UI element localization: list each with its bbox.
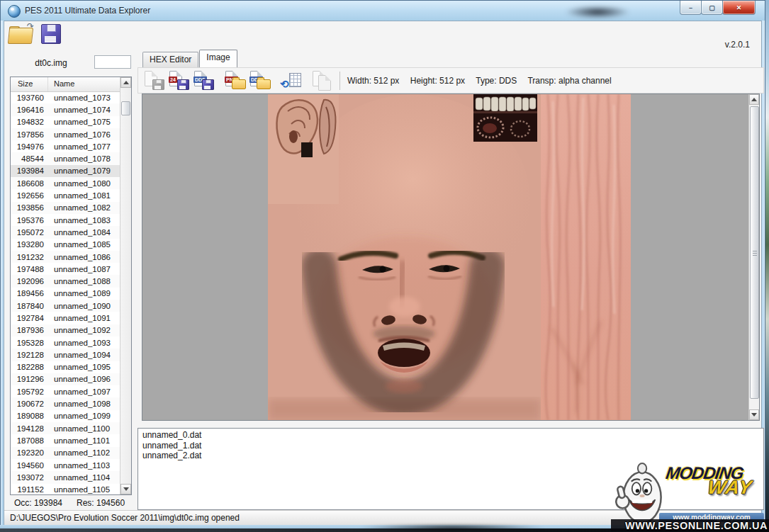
cell-name: unnamed_1103 <box>48 461 120 470</box>
cell-name: unnamed_1101 <box>48 436 120 445</box>
apply-image-icon[interactable]: ⟲ <box>281 71 302 90</box>
table-row[interactable]: 193280unnamed_1085 <box>11 239 120 251</box>
column-header-size[interactable]: Size <box>11 77 48 91</box>
cell-size: 193984 <box>11 166 48 175</box>
table-row[interactable]: 192096unnamed_1088 <box>11 275 120 287</box>
cell-name: unnamed_1098 <box>48 400 120 408</box>
tab-image[interactable]: Image <box>199 50 237 67</box>
cell-name: unnamed_1078 <box>48 154 120 163</box>
cell-size: 195792 <box>11 387 48 396</box>
save-file-icon[interactable] <box>41 24 61 44</box>
table-row[interactable]: 197488unnamed_1087 <box>11 263 120 275</box>
table-row[interactable]: 187936unnamed_1092 <box>11 324 120 336</box>
list-item[interactable]: unnamed_0.dat <box>142 430 759 441</box>
cell-name: unnamed_1087 <box>48 265 120 273</box>
table-row[interactable]: 191296unnamed_1096 <box>11 373 120 385</box>
tab-hex-editor[interactable]: HEX Editor <box>142 52 198 67</box>
cell-name: unnamed_1088 <box>48 277 120 285</box>
viewer-scroll-down-icon[interactable] <box>749 409 759 420</box>
cell-name: unnamed_1102 <box>48 448 120 457</box>
table-row[interactable]: 197856unnamed_1076 <box>11 128 120 140</box>
cell-name: unnamed_1089 <box>48 289 120 298</box>
table-row[interactable]: 187840unnamed_1090 <box>11 300 120 312</box>
table-row[interactable]: 189456unnamed_1089 <box>11 288 120 300</box>
cell-size: 191232 <box>11 253 48 261</box>
table-row[interactable]: 192656unnamed_1081 <box>11 189 120 201</box>
table-row[interactable]: 194128unnamed_1100 <box>11 422 120 434</box>
copy-file-icon <box>312 71 333 90</box>
table-row[interactable]: 195792unnamed_1097 <box>11 385 120 397</box>
table-row[interactable]: 192320unnamed_1102 <box>11 447 120 459</box>
cell-size: 191296 <box>11 375 48 383</box>
table-row[interactable]: 187088unnamed_1101 <box>11 434 120 446</box>
image-viewer[interactable] <box>142 94 760 421</box>
table-row[interactable]: 192784unnamed_1091 <box>11 312 120 324</box>
column-header-name[interactable]: Name <box>48 77 120 91</box>
cell-name: unnamed_1082 <box>48 203 120 212</box>
scroll-up-icon[interactable] <box>120 77 131 88</box>
file-list-scrollbar[interactable] <box>120 77 131 494</box>
cell-name: unnamed_1080 <box>48 179 120 188</box>
cell-name: unnamed_1084 <box>48 228 120 237</box>
save-raw-icon <box>144 71 165 90</box>
viewer-scrollbar[interactable] <box>748 94 759 420</box>
maximize-button[interactable]: ▢ <box>701 1 723 15</box>
cell-size: 197856 <box>11 130 48 139</box>
table-row[interactable]: 48544unnamed_1078 <box>11 152 120 164</box>
cell-name: unnamed_1081 <box>48 191 120 200</box>
table-row[interactable]: 191152unnamed_1105 <box>11 484 120 495</box>
open-png-icon[interactable]: PNG <box>225 71 246 90</box>
table-row[interactable]: 195376unnamed_1083 <box>11 214 120 226</box>
cell-name: unnamed_1086 <box>48 253 120 261</box>
dat-file-list[interactable]: unnamed_0.datunnamed_1.datunnamed_2.dat <box>137 428 764 510</box>
occ-value: Occ: 193984 <box>14 498 77 508</box>
cell-size: 193280 <box>11 240 48 249</box>
index-input[interactable] <box>94 55 131 69</box>
cell-name: unnamed_1077 <box>48 142 120 151</box>
table-row[interactable]: 193984unnamed_1079 <box>11 165 120 177</box>
open-dds-icon[interactable]: DDS <box>249 71 271 90</box>
table-row[interactable]: 193760unnamed_1073 <box>11 91 120 103</box>
screen: PES 2011 Ultimate Data Explorer –▢✕ ↷ v.… <box>0 0 769 532</box>
image-width: Width: 512 px <box>347 76 399 86</box>
table-row[interactable]: 186608unnamed_1080 <box>11 177 120 189</box>
table-row[interactable]: 195072unnamed_1084 <box>11 226 120 238</box>
table-row[interactable]: 190672unnamed_1098 <box>11 397 120 409</box>
table-row[interactable]: 194976unnamed_1077 <box>11 140 120 152</box>
table-row[interactable]: 195328unnamed_1093 <box>11 336 120 349</box>
close-button[interactable]: ✕ <box>722 1 756 15</box>
open-file-icon[interactable]: ↷ <box>9 24 34 44</box>
blurred-watermark <box>565 6 630 18</box>
cell-size: 194832 <box>11 118 48 126</box>
list-item[interactable]: unnamed_2.dat <box>142 451 759 461</box>
cell-size: 193072 <box>11 473 48 482</box>
cell-name: unnamed_1073 <box>48 94 120 102</box>
cell-size: 192656 <box>11 191 48 200</box>
list-item[interactable]: unnamed_1.dat <box>142 441 759 451</box>
opened-file-label: dt0c.img <box>11 58 91 68</box>
minimize-button[interactable]: – <box>680 1 702 15</box>
cell-name: unnamed_1075 <box>48 118 120 126</box>
table-row[interactable]: 194832unnamed_1075 <box>11 116 120 128</box>
save-dds-icon[interactable]: DDS <box>193 71 215 90</box>
table-row[interactable]: 193072unnamed_1104 <box>11 471 120 483</box>
cell-size: 192320 <box>11 448 48 457</box>
table-row[interactable]: 193856unnamed_1082 <box>11 202 120 214</box>
save-bmp24-icon[interactable]: 24 <box>169 71 190 90</box>
occ-res-status: Occ: 193984 Res: 194560 <box>14 498 132 508</box>
cell-size: 193760 <box>11 94 48 102</box>
file-list-header[interactable]: Size Name <box>11 77 120 92</box>
cell-size: 195328 <box>11 339 48 347</box>
scrollbar-thumb[interactable] <box>121 101 130 115</box>
viewer-scrollbar-thumb[interactable] <box>750 106 759 399</box>
viewer-scroll-up-icon[interactable] <box>749 94 759 105</box>
table-row[interactable]: 189088unnamed_1099 <box>11 410 120 422</box>
table-row[interactable]: 192128unnamed_1094 <box>11 349 120 361</box>
table-row[interactable]: 194560unnamed_1103 <box>11 459 120 471</box>
table-row[interactable]: 191232unnamed_1086 <box>11 251 120 263</box>
image-transp: Transp: alpha channel <box>527 76 611 86</box>
table-row[interactable]: 182288unnamed_1095 <box>11 361 120 373</box>
scroll-down-icon[interactable] <box>120 484 131 494</box>
app-icon <box>8 5 21 18</box>
table-row[interactable]: 196416unnamed_1074 <box>11 103 120 115</box>
